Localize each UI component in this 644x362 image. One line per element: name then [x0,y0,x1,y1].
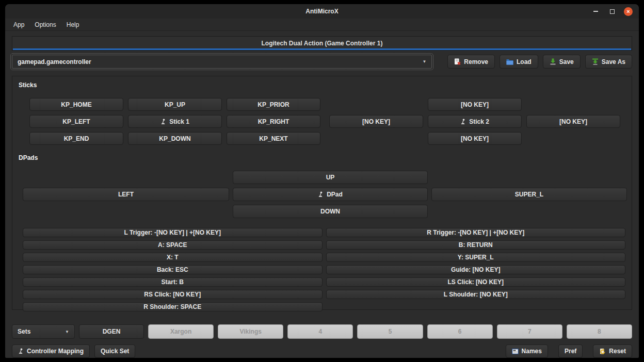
button-mapping-right-column: R Trigger: -[NO KEY] | +[NO KEY] B: RETU… [326,228,626,311]
stick2-grid-spacer [329,132,423,145]
x-button[interactable]: X: T [23,253,323,262]
stick1-center-button[interactable]: Stick 1 [128,115,222,128]
stick2-down-button[interactable]: [NO KEY] [428,132,522,145]
stick1-down-left-button[interactable]: KP_END [29,132,123,145]
load-button-label: Load [517,58,532,65]
close-icon: × [626,8,630,14]
stick2-right-button[interactable]: [NO KEY] [526,115,620,128]
names-label-icon [512,349,519,354]
profile-combobox[interactable]: gamepad.gamecontroller ▼ [12,55,432,69]
menu-item-app[interactable]: App [9,20,28,30]
button-mapping-left-column: L Trigger: -[NO KEY] | +[NO KEY] A: SPAC… [23,228,323,311]
stick2-grid-spacer [526,132,620,145]
dpad-right-button[interactable]: SUPER_L [431,188,627,201]
controller-mapping-label: Controller Mapping [27,348,84,355]
set-button-8[interactable]: 8 [567,324,632,339]
quick-set-label: Quick Set [101,348,129,355]
set-button-3[interactable]: Vikings [218,324,283,339]
joystick-icon [460,119,466,125]
b-button[interactable]: B: RETURN [326,240,626,250]
stick1-up-button[interactable]: KP_UP [128,98,222,111]
guide-button[interactable]: Guide: [NO KEY] [326,265,626,274]
titlebar[interactable]: AntiMicroX × [5,4,639,19]
stick1-right-button[interactable]: KP_RIGHT [227,115,320,128]
set-button-active[interactable]: DGEN [79,324,144,339]
remove-button[interactable]: Remove [447,55,495,69]
stick2-up-button[interactable]: [NO KEY] [428,98,522,111]
sets-row: Sets ▼ DGEN Xargon Vikings 4 5 6 7 8 [12,324,632,339]
menu-item-help[interactable]: Help [62,20,84,30]
dpad-grid-spacer [23,171,229,184]
save-button-label: Save [559,58,574,65]
set-button-7[interactable]: 7 [497,324,562,339]
start-button[interactable]: Start: B [23,277,323,287]
tab-controller[interactable]: Logitech Dual Action (Game Controller 1) [12,36,632,51]
controller-mapping-button[interactable]: Controller Mapping [12,344,90,358]
sets-dropdown[interactable]: Sets ▼ [12,324,75,339]
button-mapping-list: L Trigger: -[NO KEY] | +[NO KEY] A: SPAC… [23,228,625,311]
app-window: AntiMicroX × App Options Help Logitech D… [5,4,639,358]
r-trigger-button[interactable]: R Trigger: -[NO KEY] | +[NO KEY] [326,228,626,237]
rs-click-button[interactable]: RS Click: [NO KEY] [23,290,323,299]
window-title: AntiMicroX [5,8,639,15]
sets-dropdown-label: Sets [18,328,30,335]
l-trigger-button[interactable]: L Trigger: -[NO KEY] | +[NO KEY] [23,228,323,237]
pref-label: Pref [565,348,576,355]
close-button[interactable]: × [624,7,633,16]
ls-click-button[interactable]: LS Click: [NO KEY] [326,277,626,287]
tab-label: Logitech Dual Action (Game Controller 1) [262,40,383,47]
reset-label: Reset [609,348,626,355]
dpad-down-button[interactable]: DOWN [233,205,428,218]
save-button[interactable]: Save [543,55,581,69]
joystick-icon [318,191,324,198]
set-button-4[interactable]: 4 [287,324,353,339]
minimize-button[interactable] [591,7,600,16]
names-label: Names [522,348,542,355]
remove-document-icon [454,58,461,65]
stick1-label: Stick 1 [169,118,189,125]
profile-row: gamepad.gamecontroller ▼ Remove Load [12,55,632,69]
dpad-center-button[interactable]: DPad [233,188,428,201]
save-as-icon [592,58,599,65]
pref-button[interactable]: Pref [558,344,583,358]
footer-row: Controller Mapping Quick Set Names Pref [12,344,632,358]
load-button[interactable]: Load [500,55,538,69]
dpad-up-button[interactable]: UP [233,171,428,184]
stick1-up-left-button[interactable]: KP_HOME [29,98,123,111]
a-button[interactable]: A: SPACE [23,240,323,250]
footer-left-buttons: Controller Mapping Quick Set [12,344,135,358]
stick2-center-button[interactable]: Stick 2 [428,115,522,128]
folder-icon [506,59,513,65]
stick1-down-right-button[interactable]: KP_NEXT [227,132,320,145]
save-as-button[interactable]: Save As [585,55,632,69]
menu-item-options[interactable]: Options [30,20,60,30]
stick2-grid: [NO KEY] [NO KEY] Stick 2 [NO KEY] [NO K… [329,98,620,145]
set-button-5[interactable]: 5 [357,324,423,339]
stick1-up-right-button[interactable]: KP_PRIOR [227,98,320,111]
set-button-6[interactable]: 6 [427,324,493,339]
chevron-down-icon: ▼ [422,59,426,64]
r-shoulder-button[interactable]: R Shoulder: SPACE [23,302,323,311]
sticks-row: KP_HOME KP_UP KP_PRIOR KP_LEFT Stick 1 K… [29,98,625,145]
stick2-grid-spacer [526,98,620,111]
save-icon [550,58,556,65]
dpad-grid: UP LEFT DPad SUPER_L DOWN [23,171,625,218]
back-button[interactable]: Back: ESC [23,265,323,274]
controls-panel: Sticks KP_HOME KP_UP KP_PRIOR KP_LEFT St… [12,76,632,310]
maximize-button[interactable] [607,7,617,16]
l-shoulder-button[interactable]: L Shoulder: [NO KEY] [326,290,626,299]
quick-set-button[interactable]: Quick Set [94,344,135,358]
reset-button[interactable]: Reset [593,344,632,358]
dpad-left-button[interactable]: LEFT [23,188,229,201]
save-as-button-label: Save As [602,58,625,65]
main-content: Logitech Dual Action (Game Controller 1)… [5,31,639,358]
stick2-left-button[interactable]: [NO KEY] [329,115,423,128]
joystick-icon [160,119,166,125]
dpad-grid-spacer [23,205,229,218]
stick1-left-button[interactable]: KP_LEFT [29,115,123,128]
menubar: App Options Help [5,19,639,31]
y-button[interactable]: Y: SUPER_L [326,253,626,262]
stick1-down-button[interactable]: KP_DOWN [128,132,222,145]
names-button[interactable]: Names [506,344,548,358]
set-button-2[interactable]: Xargon [148,324,214,339]
